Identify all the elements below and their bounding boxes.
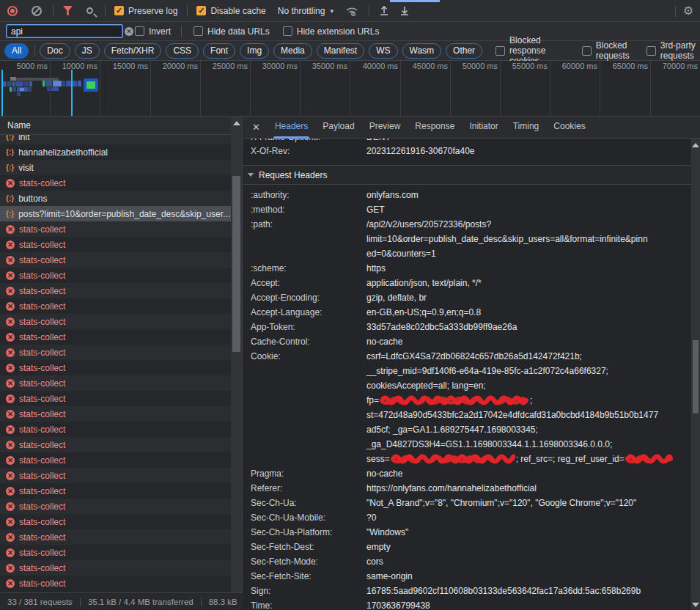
request-list-scrollbar[interactable]: [231, 117, 242, 592]
request-headers-section-toggle[interactable]: Request Headers: [243, 166, 691, 185]
request-row[interactable]: ✕stats-collect: [0, 329, 242, 345]
header-value-line: st=472d48a90d5433bfc2a2d17042e4dfdcafd31…: [366, 408, 691, 422]
filter-chip-all[interactable]: All: [4, 43, 29, 59]
request-row[interactable]: ✕stats-collect: [0, 468, 242, 483]
request-row[interactable]: ✕stats-collect: [0, 360, 242, 375]
header-value: https: [366, 261, 691, 276]
tab-payload[interactable]: Payload: [315, 117, 361, 139]
request-row[interactable]: ✕stats-collect: [0, 345, 242, 360]
3rd-party-requests-checkbox[interactable]: 3rd-party requests: [646, 40, 700, 61]
request-row[interactable]: ✕stats-collect: [0, 406, 242, 422]
filter-toggle-icon[interactable]: [63, 6, 73, 15]
filter-chip-media[interactable]: Media: [273, 43, 312, 59]
filter-chip-doc[interactable]: Doc: [40, 43, 70, 59]
request-row[interactable]: {:}buttons: [0, 191, 242, 206]
request-row[interactable]: ✕stats-collect: [0, 298, 242, 314]
request-row[interactable]: ✕stats-collect: [0, 437, 242, 452]
filter-chip-js[interactable]: JS: [75, 43, 100, 59]
request-row[interactable]: ✕stats-collect: [0, 422, 242, 437]
clear-network-log-button[interactable]: [32, 6, 42, 16]
request-row[interactable]: ✕stats-collect: [0, 560, 242, 576]
request-row[interactable]: ✕stats-collect: [0, 391, 242, 406]
disclosure-triangle-icon: [248, 173, 254, 177]
tab-timing[interactable]: Timing: [506, 117, 547, 139]
tab-cookies[interactable]: Cookies: [546, 117, 592, 139]
import-har-button[interactable]: [379, 5, 389, 16]
request-row[interactable]: ✕stats-collect: [0, 283, 242, 298]
scroll-up-icon[interactable]: [233, 121, 240, 125]
throttling-value: No throttling: [278, 6, 325, 16]
request-row[interactable]: ✕stats-collect: [0, 314, 242, 329]
network-conditions-button[interactable]: [345, 6, 358, 16]
header-value: 33d57ade8c02dbc5a333db99ff9ae26a: [366, 320, 691, 334]
request-row[interactable]: ✕stats-collect: [0, 237, 242, 252]
error-icon: ✕: [6, 379, 15, 388]
header-name: Referer:: [243, 481, 366, 496]
request-name: stats-collect: [19, 271, 65, 281]
invert-checkbox[interactable]: Invert: [135, 26, 171, 37]
request-row[interactable]: ✕stats-collect: [0, 545, 242, 560]
request-row-content: ✕stats-collect: [6, 440, 65, 450]
name-column-header[interactable]: Name: [0, 117, 242, 135]
error-icon: ✕: [6, 256, 15, 265]
timeline-overview[interactable]: 5000 ms10000 ms15000 ms20000 ms25000 ms3…: [0, 61, 700, 117]
preserve-log-checkbox[interactable]: ✓ Preserve log: [114, 6, 177, 16]
tab-preview[interactable]: Preview: [362, 117, 408, 139]
tab-headers[interactable]: Headers: [268, 117, 315, 139]
header-value: onlyfans.com: [366, 188, 691, 202]
request-row[interactable]: ✕stats-collect: [0, 576, 242, 591]
error-icon: ✕: [6, 225, 15, 234]
request-row[interactable]: {:}posts?limit=10&order=publish_date_des…: [0, 206, 242, 221]
close-icon[interactable]: ✕: [243, 122, 268, 133]
filter-input[interactable]: [11, 26, 125, 37]
detail-scrollbar[interactable]: [691, 139, 700, 610]
request-row[interactable]: ✕stats-collect: [0, 252, 242, 268]
scroll-down-icon[interactable]: [692, 603, 699, 607]
scroll-up-icon[interactable]: [692, 143, 699, 147]
preserve-log-label: Preserve log: [128, 6, 177, 16]
filter-chip-css[interactable]: CSS: [166, 43, 199, 59]
scrollbar-thumb[interactable]: [232, 176, 240, 352]
filter-chip-font[interactable]: Font: [203, 43, 235, 59]
filter-chip-wasm[interactable]: Wasm: [402, 43, 442, 59]
request-row[interactable]: ✕stats-collect: [0, 452, 242, 468]
request-row-content: ✕stats-collect: [6, 517, 65, 527]
tab-initiator[interactable]: Initiator: [462, 117, 505, 139]
request-row[interactable]: ✕stats-collect: [0, 514, 242, 529]
request-row[interactable]: ✕stats-collect: [0, 221, 242, 237]
request-row[interactable]: {:}visit: [0, 160, 242, 175]
request-row[interactable]: ✕stats-collect: [0, 375, 242, 391]
request-row[interactable]: ✕stats-collect: [0, 483, 242, 499]
filter-chip-manifest[interactable]: Manifest: [317, 43, 364, 59]
blocked-requests-checkbox[interactable]: Blocked requests: [582, 40, 633, 61]
timeline-tick-label: 50000 ms: [446, 62, 498, 70]
request-row-content: ✕stats-collect: [6, 271, 65, 281]
waterfall-bar: [45, 81, 52, 87]
request-row[interactable]: ✕stats-collect: [0, 175, 242, 191]
export-har-button[interactable]: [399, 5, 410, 16]
disable-cache-checkbox[interactable]: ✓ Disable cache: [196, 6, 265, 16]
header-row: :authority:onlyfans.com: [243, 188, 691, 202]
header-value: gzip, deflate, br: [366, 290, 691, 305]
filter-chip-other[interactable]: Other: [446, 43, 482, 59]
clear-filter-icon[interactable]: ✕: [125, 27, 133, 36]
checkbox-unchecked-icon: [283, 26, 292, 36]
error-icon: ✕: [6, 240, 15, 249]
search-icon[interactable]: [86, 7, 93, 14]
settings-gear-icon[interactable]: ⚙: [683, 5, 693, 17]
request-row[interactable]: {:}init: [0, 135, 242, 144]
throttling-select[interactable]: No throttling ▾: [278, 6, 334, 16]
filter-chip-ws[interactable]: WS: [369, 43, 397, 59]
request-row[interactable]: {:}hannahelizabethofficial: [0, 144, 242, 160]
scrollbar-thumb[interactable]: [693, 340, 699, 414]
filter-chip-fetch-xhr[interactable]: Fetch/XHR: [104, 43, 162, 59]
hide-data-urls-checkbox[interactable]: Hide data URLs: [194, 26, 270, 37]
request-row[interactable]: ✕stats-collect: [0, 499, 242, 514]
request-row[interactable]: ✕stats-collect: [0, 529, 242, 545]
filter-chip-img[interactable]: Img: [240, 43, 269, 59]
tab-response[interactable]: Response: [408, 117, 462, 139]
request-row[interactable]: ✕stats-collect: [0, 268, 242, 283]
record-button[interactable]: [7, 6, 18, 16]
timeline-tick-label: 30000 ms: [246, 62, 298, 70]
hide-extension-urls-checkbox[interactable]: Hide extension URLs: [283, 26, 380, 37]
